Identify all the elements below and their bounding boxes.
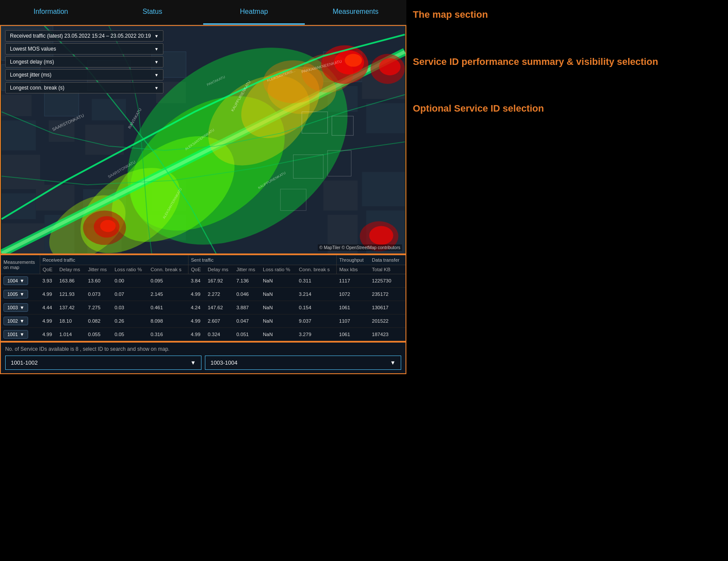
dropdown-arrow: ▼ [154,73,159,77]
dropdown-arrow: ▼ [154,86,159,90]
map-attribution: © MapTiler © OpenStreetMap contributors [318,244,402,251]
s-loss-cell: NaN [260,314,296,328]
col-group-sent: Sent traffic [188,255,336,265]
performance-table: Measurements on map Received traffic Sen… [1,255,406,341]
map-controls: Received traffic (latest) 23.05.2022 15:… [5,30,163,93]
service-id-cell: 1004 ▼ [1,274,40,288]
jitter-dropdown[interactable]: Longest jitter (ms) ▼ [5,69,163,80]
table-section: Measurements on map Received traffic Sen… [0,254,406,342]
service-id-cell: 1005 ▼ [1,288,40,301]
r-delay-cell: 18.10 [57,314,85,328]
col-group-received: Received traffic [40,255,188,265]
service-range-dropdown-1[interactable]: 1001-1002 ▼ [5,356,201,370]
conn-break-dropdown-label: Longest conn. break (s) [10,85,64,91]
max-kbs-cell: 1061 [336,301,369,314]
r-jitter-cell: 0.055 [86,328,112,341]
col-group-data-transfer: Data transfer [369,255,406,265]
s-conn-cell: 9.037 [296,314,336,328]
dropdown-arrow: ▼ [154,60,159,64]
r-delay-cell: 137.42 [57,301,85,314]
tab-status[interactable]: Status [102,0,203,25]
tab-information[interactable]: Information [0,0,102,25]
r-loss-cell: 0.03 [112,301,148,314]
s-qoe-cell: 4.24 [188,301,205,314]
r-conn-cell: 2.145 [148,288,188,301]
dropdown-arrow: ▼ [19,305,24,310]
tab-heatmap[interactable]: Heatmap [203,0,305,25]
delay-dropdown[interactable]: Longest delay (ms) ▼ [5,56,163,67]
total-kb-cell: 201522 [369,314,406,328]
service-id-button[interactable]: 1001 ▼ [3,330,28,339]
r-conn-cell: 0.095 [148,274,188,288]
s-qoe-cell: 4.99 [188,288,205,301]
r-jitter-cell: 0.073 [86,288,112,301]
r-qoe-cell: 3.93 [40,274,57,288]
service-range-dropdown-2[interactable]: 1003-1004 ▼ [205,356,401,370]
service-id-button[interactable]: 1005 ▼ [3,290,28,298]
service-id-button[interactable]: 1002 ▼ [3,317,28,325]
r-qoe-cell: 4.99 [40,328,57,341]
s-jitter-cell: 3.887 [234,301,260,314]
svg-point-46 [345,54,362,67]
service-id-button[interactable]: 1003 ▼ [3,303,28,312]
mos-dropdown[interactable]: Lowest MOS values ▼ [5,43,163,54]
dropdown-arrow: ▼ [19,292,24,297]
dropdown-arrow: ▼ [154,47,159,51]
service-id-cell: 1001 ▼ [1,328,40,341]
jitter-dropdown-label: Longest jitter (ms) [10,72,51,78]
r-qoe-cell: 4.99 [40,288,57,301]
s-delay-cell: 2.272 [205,288,233,301]
svg-rect-5 [2,120,36,150]
sidebar-label-map: The map section [413,9,722,21]
col-s-qoe: QoE [188,265,205,274]
col-group-throughput: Throughput [336,255,369,265]
col-s-delay: Delay ms [205,265,233,274]
col-r-conn: Conn. break s [148,265,188,274]
tab-measurements[interactable]: Measurements [305,0,406,25]
max-kbs-cell: 1107 [336,314,369,328]
r-loss-cell: 0.26 [112,314,148,328]
r-jitter-cell: 0.082 [86,314,112,328]
svg-point-48 [379,58,401,75]
dropdown-arrow: ▼ [19,278,24,283]
col-r-loss: Loss ratio % [112,265,148,274]
table-row: 1004 ▼ 3.93 163.86 13.60 0.00 0.095 3.84… [1,274,406,288]
svg-rect-9 [45,90,79,116]
col-r-jitter: Jitter ms [86,265,112,274]
total-kb-cell: 235172 [369,288,406,301]
service-id-button[interactable]: 1004 ▼ [3,276,28,285]
r-loss-cell: 0.05 [112,328,148,341]
col-measurements-on-map: Measurements on map [1,255,40,274]
r-conn-cell: 0.461 [148,301,188,314]
r-conn-cell: 0.316 [148,328,188,341]
total-kb-cell: 1225730 [369,274,406,288]
table-row: 1001 ▼ 4.99 1.014 0.055 0.05 0.316 4.99 … [1,328,406,341]
mos-dropdown-label: Lowest MOS values [10,46,56,52]
r-delay-cell: 121.93 [57,288,85,301]
r-delay-cell: 1.014 [57,328,85,341]
s-qoe-cell: 4.99 [188,328,205,341]
conn-break-dropdown[interactable]: Longest conn. break (s) ▼ [5,82,163,93]
s-loss-cell: NaN [260,288,296,301]
svg-rect-6 [2,155,45,189]
dropdown-arrow: ▼ [19,332,24,337]
map-section: Received traffic (latest) 23.05.2022 15:… [0,25,406,254]
svg-rect-12 [36,185,74,211]
s-qoe-cell: 4.99 [188,314,205,328]
col-s-loss: Loss ratio % [260,265,296,274]
traffic-dropdown[interactable]: Received traffic (latest) 23.05.2022 15:… [5,30,163,42]
tab-bar: Information Status Heatmap Measurements [0,0,406,25]
r-loss-cell: 0.00 [112,274,148,288]
svg-rect-11 [40,146,70,180]
r-qoe-cell: 4.44 [40,301,57,314]
s-loss-cell: NaN [260,301,296,314]
s-jitter-cell: 0.047 [234,314,260,328]
r-delay-cell: 163.86 [57,274,85,288]
total-kb-cell: 130617 [369,301,406,314]
delay-dropdown-label: Longest delay (ms) [10,59,54,65]
service-id-cell: 1002 ▼ [1,314,40,328]
bottom-dropdowns: 1001-1002 ▼ 1003-1004 ▼ [5,356,401,370]
service-id-cell: 1003 ▼ [1,301,40,314]
col-max-kbs: Max kbs [336,265,369,274]
col-r-qoe: QoE [40,265,57,274]
